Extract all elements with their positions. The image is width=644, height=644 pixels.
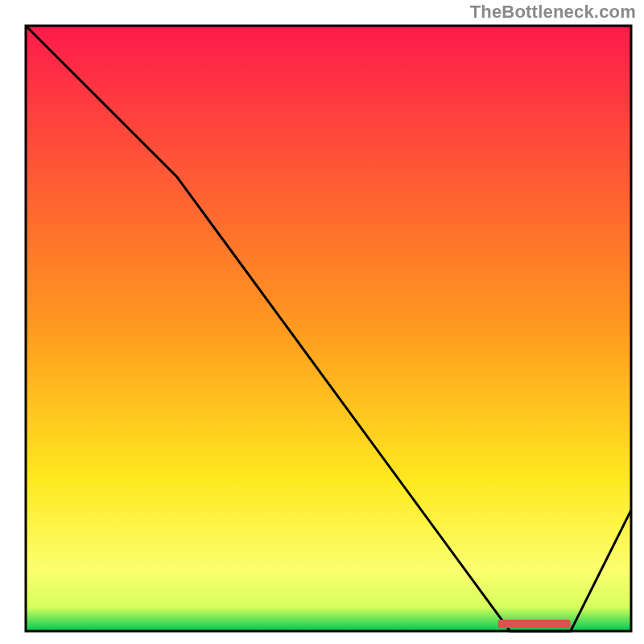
optimal-range-marker <box>498 620 571 629</box>
chart-container: TheBottleneck.com <box>0 0 644 644</box>
bottleneck-chart <box>0 0 644 644</box>
